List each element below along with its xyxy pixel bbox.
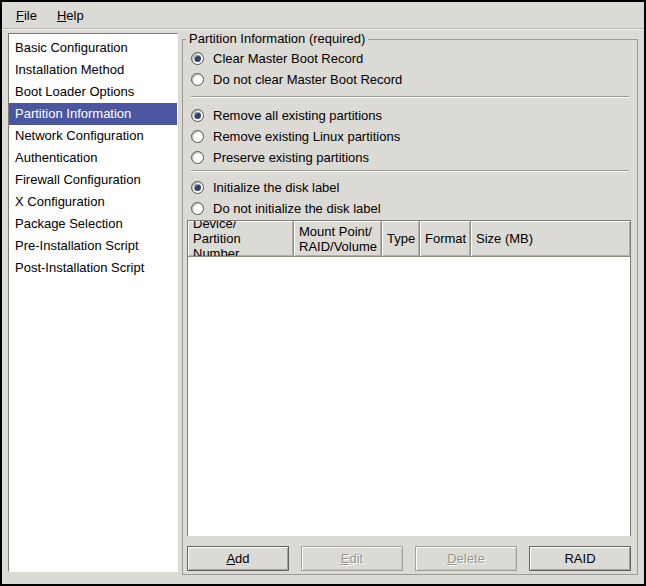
radio-label: Clear Master Boot Record: [213, 51, 363, 66]
table-body-empty[interactable]: [188, 257, 630, 536]
sidebar-item-package-selection[interactable]: Package Selection: [9, 213, 177, 235]
column-header-format[interactable]: Format: [420, 221, 471, 257]
radio-label: Remove all existing partitions: [213, 108, 382, 123]
sidebar-item-x-configuration[interactable]: X Configuration: [9, 191, 177, 213]
radio-preserve-partitions[interactable]: Preserve existing partitions: [191, 147, 369, 167]
radio-label: Remove existing Linux partitions: [213, 129, 400, 144]
separator: [191, 96, 629, 98]
menubar: File Help: [2, 2, 644, 29]
kickstart-configurator-window: { "window": { "bg": "#dcdad5", "selectio…: [0, 0, 646, 586]
sidebar-item-partition-information[interactable]: Partition Information: [9, 103, 177, 125]
add-button[interactable]: Add: [187, 546, 289, 571]
add-button-label: dd: [235, 551, 249, 566]
radio-do-not-clear-mbr[interactable]: Do not clear Master Boot Record: [191, 69, 402, 89]
add-button-mnemonic: A: [226, 551, 235, 566]
column-header-size[interactable]: Size (MB): [471, 221, 630, 257]
menu-file[interactable]: File: [6, 4, 47, 27]
sidebar-item-firewall-configuration[interactable]: Firewall Configuration: [9, 169, 177, 191]
menu-help-label: elp: [66, 8, 83, 23]
column-header-mount-point[interactable]: Mount Point/ RAID/Volume: [294, 221, 382, 257]
radio-initialize-disk-label[interactable]: Initialize the disk label: [191, 177, 339, 197]
separator: [191, 170, 629, 172]
table-header-row: Device/ Partition Number Mount Point/ RA…: [188, 221, 630, 257]
menu-help[interactable]: Help: [47, 4, 94, 27]
radio-button-icon[interactable]: [191, 151, 204, 164]
sidebar-item-installation-method[interactable]: Installation Method: [9, 59, 177, 81]
radio-remove-linux-partitions[interactable]: Remove existing Linux partitions: [191, 126, 400, 146]
menu-file-mnemonic: F: [16, 8, 24, 23]
menu-file-label: ile: [24, 8, 37, 23]
radio-label: Initialize the disk label: [213, 180, 339, 195]
sidebar-item-post-installation-script[interactable]: Post-Installation Script: [9, 257, 177, 279]
radio-label: Do not initialize the disk label: [213, 201, 381, 216]
sidebar-item-basic-configuration[interactable]: Basic Configuration: [9, 37, 177, 59]
sidebar-item-pre-installation-script[interactable]: Pre-Installation Script: [9, 235, 177, 257]
edit-button-label: dit: [349, 551, 363, 566]
radio-label: Preserve existing partitions: [213, 150, 369, 165]
radio-clear-mbr[interactable]: Clear Master Boot Record: [191, 48, 363, 68]
edit-button[interactable]: Edit: [301, 546, 403, 571]
menu-help-mnemonic: H: [57, 8, 66, 23]
delete-button[interactable]: Delete: [415, 546, 517, 571]
sidebar-item-network-configuration[interactable]: Network Configuration: [9, 125, 177, 147]
sidebar-item-authentication[interactable]: Authentication: [9, 147, 177, 169]
column-header-device[interactable]: Device/ Partition Number: [188, 221, 294, 257]
radio-remove-all-partitions[interactable]: Remove all existing partitions: [191, 105, 382, 125]
section-list: Basic Configuration Installation Method …: [8, 33, 178, 572]
delete-button-label: elete: [457, 551, 485, 566]
radio-button-icon[interactable]: [191, 181, 204, 194]
radio-label: Do not clear Master Boot Record: [213, 72, 402, 87]
table-action-buttons: Add Edit Delete RAID: [187, 546, 631, 571]
delete-button-mnemonic: D: [447, 551, 456, 566]
radio-button-icon[interactable]: [191, 109, 204, 122]
frame-title: Partition Information (required): [186, 31, 368, 46]
partition-information-frame: Partition Information (required) Clear M…: [182, 39, 638, 575]
partitions-table: Device/ Partition Number Mount Point/ RA…: [187, 220, 631, 536]
radio-button-icon[interactable]: [191, 202, 204, 215]
radio-button-icon[interactable]: [191, 52, 204, 65]
raid-button-label: RAID: [564, 551, 595, 566]
radio-button-icon[interactable]: [191, 73, 204, 86]
radio-button-icon[interactable]: [191, 130, 204, 143]
sidebar-item-boot-loader-options[interactable]: Boot Loader Options: [9, 81, 177, 103]
raid-button[interactable]: RAID: [529, 546, 631, 571]
radio-do-not-initialize-disk-label[interactable]: Do not initialize the disk label: [191, 198, 381, 218]
column-header-type[interactable]: Type: [382, 221, 420, 257]
